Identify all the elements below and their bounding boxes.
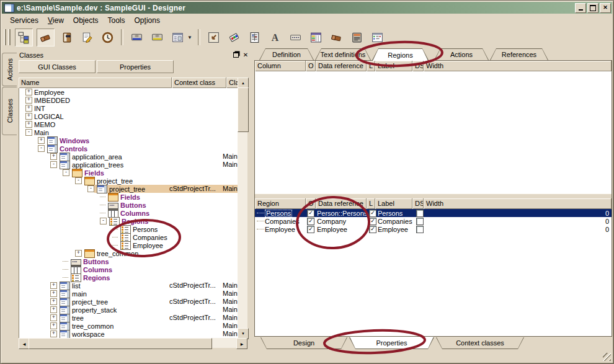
tree-row-project_tree[interactable]: +project_treecStdProjectTr...Main <box>19 298 238 306</box>
resize-grip[interactable] <box>603 353 611 361</box>
tree-row-employee[interactable]: +Employee <box>19 88 238 96</box>
book-icon[interactable] <box>58 29 75 46</box>
tree-row-workspace[interactable]: +workspaceMain <box>19 330 238 338</box>
tree-vertical-scrollbar-thumb[interactable] <box>238 87 249 132</box>
expand-icon[interactable]: + <box>25 121 32 128</box>
ds-checkbox-unchecked[interactable] <box>416 226 424 233</box>
expand-icon[interactable]: + <box>50 153 57 160</box>
menu-services[interactable]: Services <box>6 15 43 26</box>
tree-row-main[interactable]: +mainMain <box>19 290 238 298</box>
panel-close-button[interactable]: ✕ <box>241 51 250 59</box>
menu-tools[interactable]: Tools <box>104 15 130 26</box>
panel-float-button[interactable] <box>231 51 240 59</box>
tab-definition[interactable]: Definition <box>259 48 314 60</box>
collapse-icon[interactable]: - <box>63 169 69 176</box>
expand-icon[interactable]: + <box>25 89 32 95</box>
tree-row-project_tree[interactable]: -project_treecStdProjectTr...Main <box>19 185 238 193</box>
tree-row-memo[interactable]: +MEMO <box>19 120 238 128</box>
tree-row-tree_common[interactable]: +tree_common <box>19 249 238 257</box>
expand-icon[interactable]: + <box>75 250 82 257</box>
tree-row-tree[interactable]: +treecStdProjectTr...Main <box>19 314 238 322</box>
tree-row-main[interactable]: -Main <box>19 128 238 136</box>
tab-references[interactable]: References <box>490 48 548 60</box>
tree-row-buttons[interactable]: Buttons <box>19 257 238 265</box>
eraser-2-icon[interactable] <box>328 29 345 46</box>
tree-row-fields[interactable]: Fields <box>19 193 238 201</box>
collapse-icon[interactable]: - <box>100 218 107 224</box>
clock-icon[interactable] <box>99 29 116 46</box>
menu-options[interactable]: Options <box>130 15 165 26</box>
menu-objects[interactable]: Objects <box>69 15 104 26</box>
tree-row-companies[interactable]: Companies <box>19 233 238 241</box>
columns-table-body[interactable] <box>255 71 612 193</box>
tab-properties[interactable]: Properties <box>349 337 434 349</box>
expand-icon[interactable]: + <box>50 290 57 297</box>
panel-tab-gui-classes[interactable]: GUI Classes <box>19 60 96 73</box>
ds-checkbox-unchecked[interactable] <box>416 210 424 217</box>
tab-design[interactable]: Design <box>260 337 347 349</box>
expand-icon[interactable]: + <box>50 314 57 321</box>
machine-icon[interactable] <box>349 29 365 46</box>
maximize-button[interactable] <box>587 3 598 13</box>
key-button-icon[interactable] <box>287 29 304 46</box>
region-row-employee[interactable]: Employee✓Employee✓Employee0 <box>255 225 612 233</box>
tree-row-windows[interactable]: +Windows <box>19 136 238 144</box>
l-checkbox-checked[interactable]: ✓ <box>369 210 376 217</box>
connections-icon[interactable] <box>226 29 242 46</box>
collapse-icon[interactable]: - <box>75 177 82 184</box>
sidebar-tab-actions[interactable]: Actions <box>2 53 17 86</box>
expand-icon[interactable]: + <box>50 322 57 329</box>
font-a-icon[interactable]: A <box>267 29 283 46</box>
expand-icon[interactable]: + <box>50 331 57 337</box>
collapse-icon[interactable]: - <box>25 129 32 136</box>
expand-icon[interactable]: + <box>50 298 57 305</box>
tree-row-buttons[interactable]: Buttons <box>19 201 238 209</box>
collapse-icon[interactable]: - <box>38 145 45 152</box>
tree-row-fields[interactable]: -Fields <box>19 169 238 177</box>
table-view-icon[interactable] <box>308 29 324 46</box>
region-row-companies[interactable]: Companies✓Company✓Companies0 <box>255 217 612 225</box>
class-tree-icon[interactable] <box>15 29 33 47</box>
collapse-icon[interactable]: - <box>87 185 94 192</box>
collapse-icon[interactable]: - <box>50 161 57 168</box>
tree-row-project_tree[interactable]: -project_tree <box>19 177 238 185</box>
tab-actions[interactable]: Actions <box>434 48 489 60</box>
tree-row-columns[interactable]: Columns <box>19 265 238 273</box>
o-checkbox-checked[interactable]: ✓ <box>307 226 314 233</box>
tree-row-logical[interactable]: +LOGICAL <box>19 112 238 120</box>
toolbar-handle[interactable] <box>4 29 11 45</box>
dropdown-caret-icon[interactable]: ▼ <box>187 35 192 40</box>
ds-checkbox-unchecked[interactable] <box>416 218 424 225</box>
region-row-persons[interactable]: Persons✓Person::Persons✓Persons0 <box>255 209 612 217</box>
tree-row-employee[interactable]: Employee <box>19 241 238 249</box>
tree-row-property_stack[interactable]: +property_stackMain <box>19 306 238 314</box>
edit-document-icon[interactable] <box>79 29 96 46</box>
tree-row-regions[interactable]: -Regions <box>19 217 238 225</box>
drive-yellow-icon[interactable] <box>149 29 166 46</box>
tab-context-classes[interactable]: Context classes <box>436 337 524 349</box>
drive-blue-icon[interactable] <box>128 29 145 46</box>
view-box-icon[interactable] <box>205 29 222 46</box>
tree-row-application_area[interactable]: +application_areaMain <box>19 153 238 161</box>
tree-row-regions[interactable]: Regions <box>19 273 238 282</box>
expand-icon[interactable]: + <box>50 282 57 289</box>
grid-document-icon[interactable] <box>246 29 263 46</box>
eraser-icon[interactable] <box>37 29 55 47</box>
close-button[interactable]: ✕ <box>600 3 611 13</box>
tree-row-application_trees[interactable]: -application_treesMain <box>19 161 238 169</box>
expand-icon[interactable]: + <box>38 137 45 144</box>
expand-icon[interactable]: + <box>25 97 32 104</box>
tree-row-imbedded[interactable]: +IMBEDDED <box>19 96 238 104</box>
tree-row-columns[interactable]: Columns <box>19 209 238 217</box>
tree-row-int[interactable]: +INT <box>19 104 238 112</box>
tab-regions[interactable]: Regions <box>372 48 429 60</box>
expand-icon[interactable]: + <box>25 105 32 112</box>
l-checkbox-checked[interactable]: ✓ <box>369 218 376 225</box>
tree-row-list[interactable]: +listcStdProjectTr...Main <box>19 282 238 290</box>
tree-row-persons[interactable]: Persons <box>19 225 238 233</box>
tree-scroll-right-button[interactable]: ▶ <box>236 338 247 349</box>
minimize-button[interactable] <box>575 3 586 13</box>
sidebar-tab-classes[interactable]: Classes <box>2 87 17 135</box>
panel-tab-properties[interactable]: Properties <box>97 60 174 73</box>
window-dots-icon[interactable] <box>369 29 386 46</box>
